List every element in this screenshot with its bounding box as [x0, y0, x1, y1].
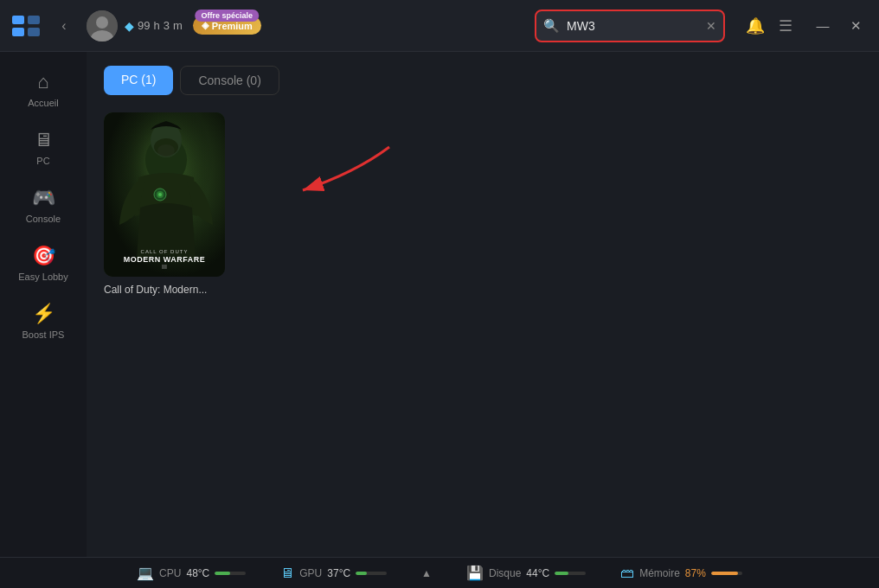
content-area: PC (1) Console (0) — [87, 52, 879, 557]
premium-wrapper: Offre spéciale ◈ Premium — [193, 16, 261, 35]
accueil-label: Accueil — [28, 98, 58, 108]
tab-pc-label: PC (1) — [121, 73, 156, 86]
game-name: Call of Duty: Modern... — [104, 284, 225, 296]
svg-point-14 — [158, 193, 162, 196]
topbar-icons: 🔔 ☰ — [746, 16, 792, 35]
app-logo — [10, 10, 42, 42]
tab-pc[interactable]: PC (1) — [104, 66, 173, 95]
sidebar-item-pc[interactable]: 🖥 PC — [9, 120, 78, 175]
close-button[interactable]: ✕ — [843, 13, 869, 39]
game-logo: CALL OF DUTY MODERN WARFARE III — [109, 249, 220, 270]
disk-label: Disque — [489, 567, 521, 579]
sidebar-item-boost-ips[interactable]: ⚡ Boost IPS — [9, 294, 78, 348]
memory-bar-track — [711, 572, 742, 575]
diamond-icon: ◆ — [125, 19, 134, 33]
tab-console[interactable]: Console (0) — [180, 66, 279, 95]
pc-icon: 🖥 — [34, 129, 53, 151]
cpu-status: 💻 CPU 48°C — [137, 565, 246, 581]
hours-unit: h — [153, 19, 159, 32]
svg-rect-0 — [12, 16, 24, 24]
easy-lobby-icon: 🎯 — [32, 245, 55, 267]
game-grid: CALL OF DUTY MODERN WARFARE III Call of … — [104, 112, 862, 296]
offre-badge: Offre spéciale — [196, 10, 260, 22]
console-icon: 🎮 — [32, 187, 55, 209]
cpu-bar-fill — [215, 572, 229, 575]
console-label: Console — [26, 214, 61, 224]
user-avatar-area[interactable]: ◆ 99 h 3 m — [87, 10, 183, 42]
search-icon: 🔍 — [543, 18, 560, 34]
sidebar-item-console[interactable]: 🎮 Console — [9, 178, 78, 233]
back-button[interactable]: ‹ — [52, 14, 76, 38]
time-display: ◆ 99 h 3 m — [125, 19, 183, 33]
menu-icon[interactable]: ☰ — [779, 16, 792, 35]
memory-icon: 🗃 — [620, 566, 634, 581]
disk-bar-track — [555, 572, 586, 575]
game-card-mw3[interactable]: CALL OF DUTY MODERN WARFARE III Call of … — [104, 112, 225, 296]
sidebar-item-accueil[interactable]: ⌂ Accueil — [9, 62, 78, 117]
accueil-icon: ⌂ — [37, 71, 48, 93]
minimize-button[interactable]: — — [810, 13, 836, 39]
statusbar: 💻 CPU 48°C 🖥 GPU 37°C ▲ 💾 Disque 44°C 🗃 … — [0, 557, 879, 588]
minutes-unit: m — [173, 19, 183, 32]
disk-status: 💾 Disque 44°C — [466, 565, 586, 581]
main-layout: ⌂ Accueil 🖥 PC 🎮 Console 🎯 Easy Lobby ⚡ … — [0, 52, 879, 557]
search-wrapper: 🔍 MW3 ✕ — [535, 10, 725, 42]
avatar — [87, 10, 118, 42]
svg-rect-2 — [28, 16, 40, 24]
pc-label: PC — [36, 156, 49, 166]
search-box[interactable]: 🔍 MW3 ✕ — [535, 10, 725, 42]
game-title: MODERN WARFARE — [109, 255, 220, 264]
disk-icon: 💾 — [466, 565, 484, 581]
topbar: ‹ ◆ 99 h 3 m Offre spéciale ◈ Premium 🔍 — [0, 0, 879, 52]
cpu-icon: 💻 — [137, 565, 154, 581]
memory-label: Mémoire — [639, 567, 680, 579]
memory-bar-fill — [711, 572, 738, 575]
cpu-bar-track — [215, 572, 246, 575]
premium-label: Premium — [212, 21, 253, 31]
expand-icon[interactable]: ▲ — [421, 567, 432, 579]
tabs-bar: PC (1) Console (0) — [104, 66, 862, 95]
svg-rect-1 — [12, 28, 24, 36]
search-value: MW3 — [567, 19, 699, 33]
game-cover-art: CALL OF DUTY MODERN WARFARE III — [104, 112, 225, 277]
hours-value: 99 — [138, 19, 150, 32]
svg-point-15 — [157, 144, 175, 157]
gpu-value: 37°C — [327, 567, 350, 579]
gpu-bar-fill — [356, 572, 367, 575]
svg-rect-3 — [28, 28, 40, 36]
disk-bar-fill — [555, 572, 568, 575]
gpu-icon: 🖥 — [280, 566, 294, 581]
game-brand: CALL OF DUTY — [109, 249, 220, 255]
notification-icon[interactable]: 🔔 — [746, 16, 765, 35]
game-thumbnail: CALL OF DUTY MODERN WARFARE III — [104, 112, 225, 277]
boost-ips-label: Boost IPS — [22, 329, 65, 340]
cpu-label: CPU — [159, 567, 181, 579]
easy-lobby-label: Easy Lobby — [18, 272, 67, 282]
minutes-value: 3 — [164, 19, 170, 32]
search-clear-button[interactable]: ✕ — [706, 19, 716, 33]
tab-console-label: Console (0) — [198, 74, 260, 87]
disk-value: 44°C — [526, 567, 549, 579]
memory-status: 🗃 Mémoire 87% — [620, 566, 742, 581]
sidebar: ⌂ Accueil 🖥 PC 🎮 Console 🎯 Easy Lobby ⚡ … — [0, 52, 87, 557]
game-subtitle: III — [109, 264, 220, 270]
memory-value: 87% — [685, 567, 706, 579]
sidebar-item-easy-lobby[interactable]: 🎯 Easy Lobby — [9, 236, 78, 291]
svg-point-5 — [96, 16, 108, 29]
boost-ips-icon: ⚡ — [32, 303, 55, 325]
cpu-value: 48°C — [186, 567, 209, 579]
gpu-label: GPU — [299, 567, 322, 579]
window-controls: — ✕ — [810, 13, 869, 39]
gpu-status: 🖥 GPU 37°C — [280, 566, 387, 581]
gpu-bar-track — [356, 572, 387, 575]
